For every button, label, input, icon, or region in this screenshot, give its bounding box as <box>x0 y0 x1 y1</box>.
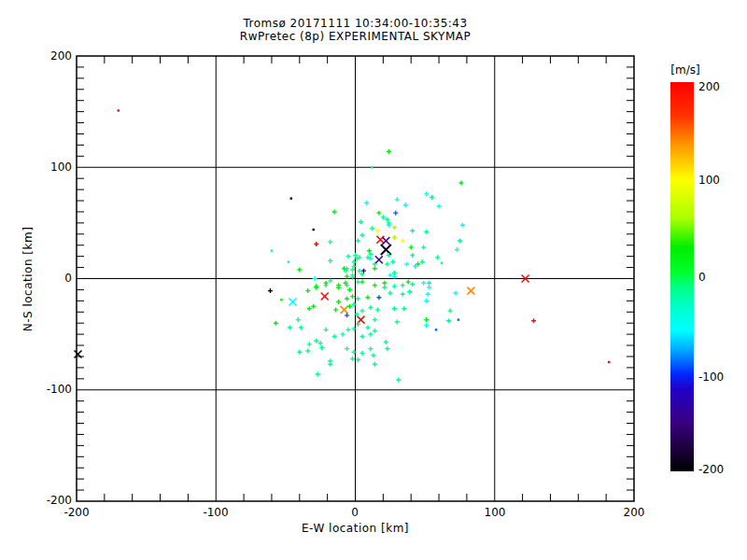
data-point <box>359 219 363 224</box>
data-point <box>364 201 369 205</box>
data-point <box>333 307 338 312</box>
colorbar-title: [m/s] <box>657 63 713 77</box>
data-point <box>435 255 440 259</box>
data-point <box>350 294 355 299</box>
y-tick-label: 200 <box>31 50 72 62</box>
data-point <box>458 238 462 243</box>
data-point <box>356 322 360 327</box>
data-point <box>356 296 360 301</box>
data-point <box>375 307 380 312</box>
data-point <box>353 253 358 258</box>
data-point <box>328 259 332 263</box>
data-point <box>359 272 364 276</box>
data-point <box>280 299 282 301</box>
data-point <box>328 240 332 245</box>
skymap-figure: Tromsø 20171111 10:34:00-10:35:43 RwPret… <box>0 0 747 560</box>
colorbar-tick-label: 0 <box>698 272 706 283</box>
data-point <box>382 237 389 245</box>
colorbar-tick-label: -100 <box>698 371 724 383</box>
data-point <box>373 261 377 266</box>
data-point <box>376 295 381 300</box>
y-tick-label: 0 <box>31 273 72 284</box>
data-point <box>314 339 318 343</box>
data-point <box>390 259 395 264</box>
data-point <box>375 229 380 233</box>
data-point <box>367 248 372 253</box>
data-point <box>368 305 373 310</box>
data-point <box>352 327 357 331</box>
colorbar-tick-label: 200 <box>698 81 720 92</box>
data-point <box>410 282 415 287</box>
data-point <box>381 215 386 219</box>
data-point <box>271 249 273 251</box>
data-point <box>321 293 329 301</box>
data-point <box>421 281 426 286</box>
colorbar-tick-label: 100 <box>698 175 720 186</box>
data-point <box>345 274 349 279</box>
data-point <box>324 328 329 332</box>
data-point <box>341 306 348 314</box>
data-point <box>350 275 355 280</box>
y-tick-label: -200 <box>31 495 72 506</box>
data-point <box>382 286 387 290</box>
data-point <box>393 211 398 216</box>
data-point <box>395 197 400 202</box>
data-point <box>336 300 341 304</box>
data-point <box>368 332 373 337</box>
data-point <box>407 289 412 294</box>
data-point <box>424 191 429 196</box>
data-point <box>305 288 310 293</box>
data-point <box>424 323 429 328</box>
data-point <box>318 341 323 345</box>
data-point <box>354 312 359 316</box>
x-tick-label: -100 <box>188 507 244 518</box>
data-point <box>435 329 437 330</box>
data-point <box>332 209 337 214</box>
data-point <box>347 287 352 292</box>
data-point <box>345 313 349 317</box>
data-point <box>290 197 292 199</box>
data-point <box>289 299 296 306</box>
data-point <box>359 351 364 356</box>
data-point <box>392 271 397 275</box>
data-point <box>345 266 349 271</box>
data-point <box>368 252 373 257</box>
data-point <box>311 304 316 309</box>
data-point <box>413 264 417 269</box>
data-point <box>345 296 349 301</box>
data-point <box>324 283 329 287</box>
data-point <box>332 334 337 339</box>
data-point <box>344 281 348 286</box>
plot-subtitle: RwPretec (8p) EXPERIMENTAL SKYMAP <box>77 30 634 43</box>
y-tick-label: 100 <box>31 161 72 173</box>
data-point <box>430 195 434 200</box>
data-point <box>313 276 317 281</box>
data-point <box>409 245 414 250</box>
data-point <box>392 274 397 279</box>
data-point <box>375 256 383 263</box>
data-point <box>365 255 370 259</box>
data-point <box>328 362 332 367</box>
data-point <box>341 332 345 337</box>
data-point <box>531 318 536 323</box>
x-tick-label: 200 <box>606 507 662 518</box>
data-point <box>467 287 474 295</box>
data-point <box>118 109 120 111</box>
data-point <box>352 259 357 264</box>
data-point <box>420 259 425 264</box>
y-tick-label: -100 <box>31 384 72 395</box>
axis-ticks <box>77 56 634 501</box>
data-point <box>356 280 360 285</box>
data-point <box>352 350 357 355</box>
data-point <box>288 325 292 329</box>
data-point <box>359 309 364 314</box>
data-point <box>373 317 377 322</box>
data-point <box>336 283 341 287</box>
data-point <box>299 325 303 329</box>
data-point <box>359 280 364 285</box>
colorbar-gradient <box>670 82 694 471</box>
x-tick-label: -200 <box>49 507 105 518</box>
x-tick-label: 100 <box>467 507 523 518</box>
data-point <box>388 291 392 296</box>
data-point <box>373 283 377 287</box>
